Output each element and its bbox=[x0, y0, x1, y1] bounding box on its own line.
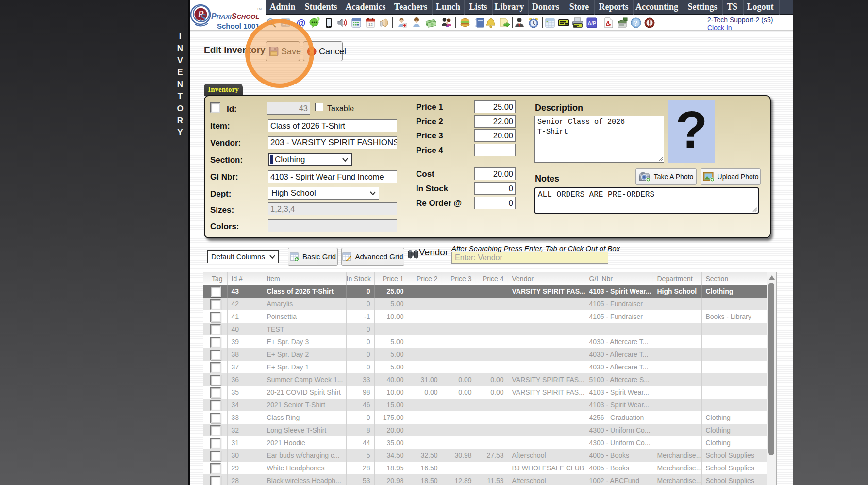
svg-text:PRAXISCHOOL: PRAXISCHOOL bbox=[211, 12, 259, 20]
svg-text:S: S bbox=[200, 12, 206, 24]
svg-text:A/P: A/P bbox=[588, 20, 597, 26]
svg-text:School 1001: School 1001 bbox=[217, 22, 260, 30]
svg-text:TM: TM bbox=[257, 7, 262, 11]
svg-text:?: ? bbox=[634, 19, 638, 27]
svg-text:12: 12 bbox=[368, 22, 373, 27]
